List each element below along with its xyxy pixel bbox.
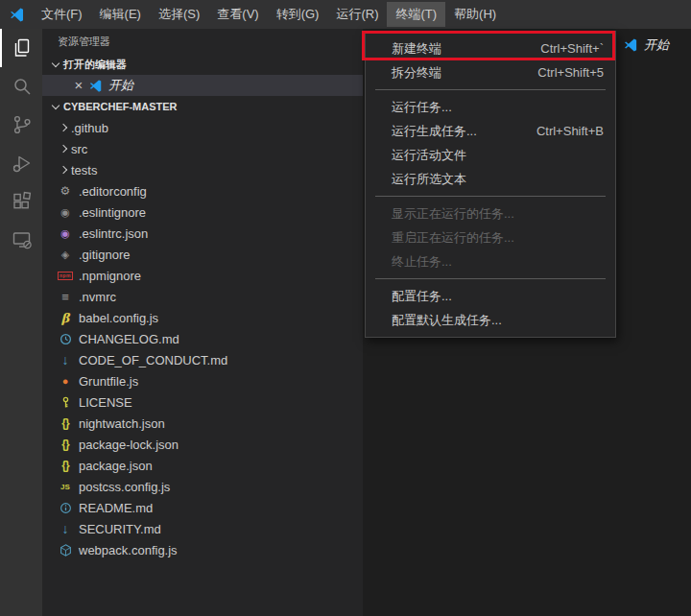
activitybar-extensions[interactable] (0, 182, 42, 221)
tree-file-.editorconfig[interactable]: ⚙.editorconfig (42, 180, 363, 201)
shortcut-hint: Ctrl+Shift+5 (537, 65, 604, 80)
terminal-dropdown-menu: 新建终端Ctrl+Shift+`拆分终端Ctrl+Shift+5运行任务...运… (365, 31, 616, 338)
tree-file-webpack.config.js[interactable]: webpack.config.js (42, 539, 363, 560)
vscode-window: 文件(F)编辑(E)选择(S)查看(V)转到(G)运行(R)终端(T)帮助(H)… (0, 0, 691, 616)
close-icon[interactable]: × (71, 78, 86, 93)
vscode-file-icon (88, 79, 103, 93)
menu-item-运行活动文件[interactable]: 运行活动文件 (366, 143, 615, 167)
tab-start[interactable]: 开始 (617, 29, 679, 61)
tree-file-README.md[interactable]: README.md (42, 497, 363, 518)
menu-编辑(E)[interactable]: 编辑(E) (91, 2, 150, 27)
titlebar: 文件(F)编辑(E)选择(S)查看(V)转到(G)运行(R)终端(T)帮助(H) (0, 0, 691, 29)
chevron-down-icon (48, 63, 63, 66)
shortcut-hint: Ctrl+Shift+B (536, 124, 604, 138)
tree-file-Gruntfile.js[interactable]: ●Gruntfile.js (42, 370, 363, 391)
search-icon (11, 75, 34, 98)
menu-item-重启正在运行的任务: 重启正在运行的任务... (366, 225, 615, 249)
npm-icon: npm (58, 272, 73, 280)
open-editor-item-start[interactable]: × 开始 (42, 75, 363, 96)
open-editors-header[interactable]: 打开的编辑器 (42, 54, 363, 75)
tree-file-CODE_OF_CONDUCT.md[interactable]: ↓CODE_OF_CONDUCT.md (42, 349, 363, 370)
menu-运行(R)[interactable]: 运行(R) (327, 2, 387, 27)
menu-item-终止任务: 终止任务... (366, 249, 615, 273)
lines-icon: ≡ (58, 290, 73, 304)
clock-icon (58, 333, 73, 345)
remote-icon (11, 228, 34, 251)
chevron-right-icon (56, 167, 71, 173)
menu-item-运行任务[interactable]: 运行任务... (366, 95, 615, 119)
js-icon: JS (58, 483, 73, 491)
grunt-icon: ● (58, 375, 73, 387)
tab-label: 开始 (644, 36, 669, 54)
menu-separator (375, 196, 606, 197)
activitybar-remote-explorer[interactable] (0, 221, 42, 259)
tree-file-postcss.config.js[interactable]: JSpostcss.config.js (42, 476, 363, 497)
menu-item-显示正在运行的任务: 显示正在运行的任务... (366, 201, 615, 225)
debug-icon (11, 152, 34, 175)
menu-item-拆分终端[interactable]: 拆分终端Ctrl+Shift+5 (366, 60, 615, 84)
file-tree: .githubsrctests⚙.editorconfig◉.eslintign… (42, 117, 363, 560)
menu-item-运行生成任务[interactable]: 运行生成任务...Ctrl+Shift+B (366, 119, 615, 143)
activitybar-search[interactable] (0, 67, 42, 106)
tree-file-.npmignore[interactable]: npm.npmignore (42, 265, 363, 286)
explorer-sidebar: 资源管理器 打开的编辑器 × 开始 CYBERCHEF-MASTER .gith… (42, 29, 363, 616)
tree-file-package.json[interactable]: {}package.json (42, 455, 363, 476)
chevron-right-icon (56, 146, 71, 152)
menu-终端(T)[interactable]: 终端(T) (387, 2, 445, 27)
menu-item-运行所选文本[interactable]: 运行所选文本 (366, 167, 615, 191)
menu-查看(V)[interactable]: 查看(V) (208, 2, 267, 27)
branch-icon (11, 113, 34, 136)
workspace-folder-label: CYBERCHEF-MASTER (63, 101, 178, 112)
tree-file-CHANGELOG.md[interactable]: CHANGELOG.md (42, 328, 363, 349)
menu-item-配置默认生成任务[interactable]: 配置默认生成任务... (366, 308, 615, 332)
chevron-right-icon (56, 125, 71, 130)
webpack-icon (58, 544, 73, 557)
tree-file-package-lock.json[interactable]: {}package-lock.json (42, 434, 363, 455)
menu-转到(G)[interactable]: 转到(G) (268, 2, 328, 27)
menu-item-新建终端[interactable]: 新建终端Ctrl+Shift+` (366, 36, 615, 60)
braces-icon: {} (58, 416, 73, 430)
menu-帮助(H)[interactable]: 帮助(H) (445, 2, 505, 27)
tree-file-.eslintignore[interactable]: ◉.eslintignore (42, 201, 363, 223)
markdown-arrow-icon: ↓ (58, 521, 73, 536)
chevron-down-icon (48, 106, 63, 108)
menu-separator (375, 89, 606, 90)
menubar: 文件(F)编辑(E)选择(S)查看(V)转到(G)运行(R)终端(T)帮助(H) (33, 0, 505, 29)
workspace-folder-header[interactable]: CYBERCHEF-MASTER (42, 96, 363, 117)
menu-item-配置任务[interactable]: 配置任务... (366, 284, 615, 308)
key-icon (58, 396, 73, 409)
vscode-file-icon (623, 37, 638, 53)
eslint-icon: ◉ (58, 206, 73, 219)
vscode-logo-icon (0, 7, 33, 23)
markdown-arrow-icon: ↓ (58, 352, 73, 367)
tree-folder-tests[interactable]: tests (42, 159, 363, 180)
activitybar-source-control[interactable] (0, 106, 42, 144)
tree-file-.eslintrc.json[interactable]: ◉.eslintrc.json (42, 223, 363, 244)
explorer-title: 资源管理器 (42, 29, 363, 54)
tree-file-babel.config.js[interactable]: βbabel.config.js (42, 307, 363, 328)
extensions-icon (11, 190, 34, 213)
activitybar-explorer[interactable] (0, 29, 42, 67)
braces-icon: {} (58, 438, 73, 451)
tree-file-LICENSE[interactable]: LICENSE (42, 391, 363, 413)
braces-icon: {} (58, 459, 73, 472)
tree-file-nightwatch.json[interactable]: {}nightwatch.json (42, 413, 363, 434)
tree-file-.gitignore[interactable]: ◈.gitignore (42, 244, 363, 265)
tree-folder-.github[interactable]: .github (42, 117, 363, 138)
activity-bar (0, 29, 42, 616)
activitybar-run-debug[interactable] (0, 144, 42, 182)
tree-file-.nvmrc[interactable]: ≡.nvmrc (42, 286, 363, 307)
shortcut-hint: Ctrl+Shift+` (540, 41, 604, 56)
tree-folder-src[interactable]: src (42, 138, 363, 159)
menu-separator (375, 278, 606, 279)
babel-icon: β (58, 311, 73, 325)
eslint-icon: ◉ (58, 227, 73, 240)
menu-选择(S)[interactable]: 选择(S) (150, 2, 208, 27)
open-editor-label: 开始 (108, 77, 133, 94)
menu-文件(F)[interactable]: 文件(F) (33, 2, 91, 27)
gear-icon: ⚙ (58, 184, 73, 198)
tree-file-SECURITY.md[interactable]: ↓SECURITY.md (42, 518, 363, 539)
git-diamond-icon: ◈ (58, 249, 73, 261)
open-editors-label: 打开的编辑器 (63, 58, 127, 72)
info-icon (58, 502, 73, 514)
